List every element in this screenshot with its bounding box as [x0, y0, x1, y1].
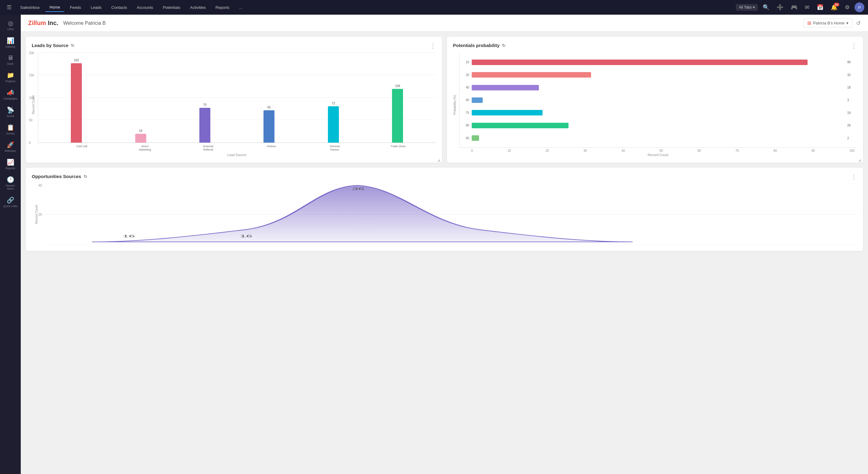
hbar-row-10: 10 90	[460, 60, 857, 65]
add-icon[interactable]: ➕	[774, 3, 786, 12]
hbar-row-60: 60 3	[460, 97, 857, 103]
top-navigation: ☰ SalesInbox Home Feeds Leads Contacts A…	[0, 0, 868, 14]
potentials-hbar-grid: 10 90 20	[459, 53, 857, 148]
search-icon[interactable]: 🔍	[760, 3, 772, 12]
logo: Zillum Inc.	[28, 20, 58, 27]
resize-handle[interactable]: ◢	[437, 158, 441, 161]
bar-partner: 65	[264, 106, 275, 143]
leads-chart-refresh-icon[interactable]: ↻	[71, 43, 74, 48]
nav-feeds[interactable]: Feeds	[66, 3, 85, 11]
sidebar-item-motivator[interactable]: 🚀 Motivator	[1, 139, 20, 155]
svg-text:16: 16	[122, 234, 135, 238]
welcome-message: Welcome Patricia B	[63, 21, 106, 26]
leads-by-source-card: Leads by Source ↻ ⋮ Record Count 200 150…	[26, 37, 442, 163]
sidebar-item-salesiq[interactable]: 📊 SalesIQ	[1, 34, 20, 51]
hbar-row-40: 40 18	[460, 85, 857, 90]
home-selector-button[interactable]: ⊞ Patricia B's Home ▾	[803, 19, 852, 28]
potentials-chart-refresh-icon[interactable]: ↻	[502, 43, 505, 48]
sidebar-item-recent-items[interactable]: 🕐 Recent Items	[1, 174, 20, 193]
leads-x-labels: Cold Call Direct Marketing External Refe…	[44, 143, 436, 152]
hbar-row-90: 90 26	[460, 123, 857, 128]
opportunities-chart-menu-icon[interactable]: ⋮	[851, 173, 857, 180]
left-sidebar: ◎ CRM 📊 SalesIQ 🖥 Desk 📁 Projects 📣 Camp…	[0, 14, 21, 474]
grid-icon: ⊞	[807, 20, 811, 26]
survey-icon: 📋	[7, 124, 14, 131]
sidebar-item-projects[interactable]: 📁 Projects	[1, 69, 20, 85]
potentials-y-label: Probability (%)	[453, 53, 459, 157]
quick-links-icon: 🔗	[7, 197, 14, 204]
sidebar-item-crm[interactable]: ◎ CRM	[1, 17, 20, 33]
nav-accounts[interactable]: Accounts	[132, 3, 157, 11]
sidebar-item-quick-links[interactable]: 🔗 Quick Links	[1, 194, 20, 210]
dashboard-grid: Leads by Source ↻ ⋮ Record Count 200 150…	[21, 32, 868, 256]
recent-icon: 🕐	[7, 176, 14, 183]
nav-leads[interactable]: Leads	[86, 3, 106, 11]
nav-reports[interactable]: Reports	[211, 3, 234, 11]
salesiq-icon: 📊	[7, 37, 14, 44]
svg-text:16: 16	[240, 234, 252, 238]
bars-container: 160 18 70	[38, 53, 436, 143]
potentials-resize-handle[interactable]: ◢	[858, 158, 862, 161]
sidebar-item-reports[interactable]: 📈 Reports	[1, 156, 20, 172]
projects-icon: 📁	[7, 71, 14, 79]
notification-badge: 96	[834, 3, 839, 6]
crm-icon: ◎	[8, 20, 13, 27]
potentials-x-title: Record Count	[459, 153, 857, 157]
bar-direct-marketing: 18	[135, 129, 146, 143]
potentials-x-axis: 0 10 20 30 40 50 60 70 80 90 100	[459, 148, 857, 152]
opportunities-chart-wrap: Record Count 40 20	[32, 184, 857, 245]
all-tabs-button[interactable]: All Tabs ▾	[736, 4, 758, 11]
opportunities-svg: 16 16 36	[41, 184, 857, 245]
nav-right-section: All Tabs ▾ 🔍 ➕ 🎮 ✉ 📅 🔔 96 ⚙ P	[736, 2, 864, 12]
nav-more[interactable]: ...	[235, 3, 247, 11]
hbar-row-95: 95 2	[460, 135, 857, 141]
leads-chart-inner: 200 150 100 50 0 160	[38, 53, 436, 157]
potentials-chart-title: Potentials probability ↻	[453, 43, 857, 48]
opportunities-chart-refresh-icon[interactable]: ↻	[84, 174, 87, 179]
potentials-chart-menu-icon[interactable]: ⋮	[851, 42, 857, 50]
social-icon: 📡	[7, 106, 14, 114]
leads-bar-chart: Record Count 200 150 100 50 0	[32, 53, 436, 157]
hbar-row-20: 20 32	[460, 72, 857, 78]
motivator-icon: 🚀	[7, 141, 14, 148]
desk-icon: 🖥	[7, 54, 13, 61]
leads-y-axis-label: Record Count	[32, 53, 38, 157]
bar-cold-call: 160	[71, 59, 82, 143]
nav-contacts[interactable]: Contacts	[107, 3, 131, 11]
opportunities-chart-title: Opportunities Sources ↻	[32, 174, 857, 179]
nav-activities[interactable]: Activities	[186, 3, 210, 11]
bar-seminar-partner: 73	[328, 102, 339, 143]
page-refresh-icon[interactable]: ↺	[856, 20, 861, 27]
reports-sidebar-icon: 📈	[7, 158, 14, 166]
bar-trade-show: 108	[392, 84, 403, 143]
leads-chart-title: Leads by Source ↻	[32, 43, 436, 48]
settings-icon[interactable]: ⚙	[842, 3, 852, 12]
hbar-row-75: 75 19	[460, 110, 857, 115]
sidebar-item-survey[interactable]: 📋 Survey	[1, 121, 20, 138]
header-bar: Zillum Inc. Welcome Patricia B ⊞ Patrici…	[21, 14, 868, 32]
nav-home[interactable]: Home	[45, 3, 64, 12]
opportunities-y-label: Record Count	[35, 205, 38, 224]
leads-x-axis-title: Lead Source	[38, 153, 436, 157]
svg-text:36: 36	[352, 187, 365, 191]
bar-external-referral: 70	[199, 103, 210, 143]
user-avatar[interactable]: P	[855, 2, 864, 12]
hamburger-menu-icon[interactable]: ☰	[4, 2, 14, 12]
nav-potentials[interactable]: Potentials	[158, 3, 184, 11]
potentials-probability-card: Potentials probability ↻ ⋮ Probability (…	[447, 37, 863, 163]
campaigns-icon: 📣	[7, 89, 14, 96]
games-icon[interactable]: 🎮	[788, 3, 800, 12]
nav-salesinbox[interactable]: SalesInbox	[16, 3, 44, 11]
mail-icon[interactable]: ✉	[802, 3, 812, 12]
sidebar-item-desk[interactable]: 🖥 Desk	[1, 52, 20, 68]
calendar-icon[interactable]: 📅	[814, 3, 826, 12]
main-content: Zillum Inc. Welcome Patricia B ⊞ Patrici…	[21, 14, 868, 474]
notification-icon[interactable]: 🔔 96	[828, 3, 840, 12]
opportunities-sources-card: Opportunities Sources ↻ ⋮ Record Count 4…	[26, 168, 863, 251]
sidebar-item-social[interactable]: 📡 Social	[1, 104, 20, 120]
sidebar-item-campaigns[interactable]: 📣 Campaigns	[1, 86, 20, 102]
leads-chart-menu-icon[interactable]: ⋮	[430, 42, 436, 50]
leads-chart-grid: 200 150 100 50 0 160	[38, 53, 436, 143]
potentials-chart-wrap: Probability (%) 10 90	[453, 53, 857, 157]
